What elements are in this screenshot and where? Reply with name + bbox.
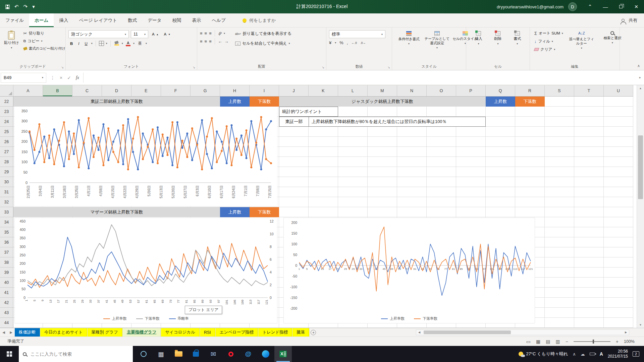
hscroll-right-icon[interactable]: ▶ <box>623 330 629 335</box>
row-header-43[interactable]: 43 <box>0 308 13 318</box>
column-header-E[interactable]: E <box>131 85 161 96</box>
sheet-tab-株価診断[interactable]: 株価診断 <box>15 328 40 337</box>
cell-note-title[interactable]: 統計的ワンポイント <box>279 107 338 117</box>
tab-file[interactable]: ファイル <box>0 13 29 27</box>
dialog-launcher-icon[interactable]: ↘ <box>322 66 324 69</box>
font-color-button[interactable]: A <box>125 41 131 46</box>
chart-tosho2bu[interactable]: 3503002502001501005002月25日3月4日3月11日3月18日… <box>14 106 277 206</box>
select-all-corner[interactable] <box>0 85 13 96</box>
clear-button[interactable]: クリア▾ <box>533 46 565 53</box>
tab-home[interactable]: ホーム <box>29 13 54 27</box>
tab-page-layout[interactable]: ページ レイアウト <box>73 13 122 27</box>
scroll-down-icon[interactable]: ▼ <box>637 322 644 328</box>
align-left-icon[interactable]: ≡ <box>200 39 203 44</box>
badge-jasdaq-down[interactable]: 下落数 <box>515 97 545 107</box>
bold-button[interactable]: B <box>68 41 74 46</box>
onedrive-cloud-icon[interactable]: ☁ <box>581 352 585 357</box>
cancel-icon[interactable]: × <box>60 75 62 80</box>
mail-icon[interactable] <box>205 346 222 362</box>
row-header-31[interactable]: 31 <box>0 187 13 197</box>
chart-jasdaq[interactable]: 200150100500-50-100-150-2001591317212529… <box>283 218 535 323</box>
font-family-select[interactable]: 游ゴシック▾ <box>68 30 129 38</box>
increase-indent-icon[interactable]: → <box>224 39 229 44</box>
horizontal-scroll-thumb[interactable] <box>424 330 511 334</box>
row-header-40[interactable]: 40 <box>0 278 13 288</box>
zoom-in-icon[interactable]: + <box>616 339 619 344</box>
format-painter-button[interactable]: 書式のコピー/貼り付け <box>22 46 67 52</box>
taskbar-clock[interactable]: 20:56 2021/07/15 <box>608 349 628 359</box>
column-header-S[interactable]: S <box>545 85 574 96</box>
opera-icon[interactable] <box>222 346 239 362</box>
avatar[interactable]: D <box>568 2 577 11</box>
fill-button[interactable]: ↓フィル▾ <box>533 38 565 45</box>
column-header-D[interactable]: D <box>102 85 131 96</box>
row-header-42[interactable]: 42 <box>0 298 13 308</box>
zoom-slider[interactable] <box>574 341 610 342</box>
row-header-38[interactable]: 38 <box>0 257 13 267</box>
sheet-tab-トレンド指標[interactable]: トレンド指標 <box>258 328 292 337</box>
italic-button[interactable]: I <box>76 41 81 46</box>
row-header-30[interactable]: 30 <box>0 177 13 187</box>
badge-tosho2bu-up[interactable]: 上昇数 <box>220 97 250 107</box>
paste-button[interactable]: 貼り付け▾ <box>3 30 20 52</box>
percent-format-icon[interactable]: % <box>339 40 343 45</box>
file-explorer-icon[interactable] <box>170 346 187 362</box>
sheet-tab-主要指標グラフ[interactable]: 主要指標グラフ <box>123 328 161 337</box>
cell-note-text[interactable]: 上昇銘柄数下降銘柄数が80％を超えた場合には翌日の反転率は100％ <box>309 119 449 125</box>
sheet-tab-今日のまとめサイト[interactable]: 今日のまとめサイト <box>40 328 87 337</box>
conditional-formatting-button[interactable]: 条件付き書式▾ <box>395 30 423 51</box>
close-button[interactable]: × <box>629 0 644 13</box>
column-header-N[interactable]: N <box>397 85 427 96</box>
currency-format-icon[interactable]: ¥ <box>329 40 331 45</box>
decrease-indent-icon[interactable]: ← <box>218 39 222 44</box>
orientation-icon[interactable]: ab <box>217 31 223 36</box>
row-header-28[interactable]: 28 <box>0 157 13 167</box>
row-header-36[interactable]: 36 <box>0 237 13 247</box>
row-header-26[interactable]: 26 <box>0 137 13 147</box>
format-as-table-button[interactable]: テーブルとして書式設定▾ <box>423 30 451 51</box>
badge-mothers-down[interactable]: 下落数 <box>250 207 279 217</box>
weather-widget[interactable]: 27°C くもり時々晴れ <box>519 351 568 357</box>
sheet-tab-エンベロープ指標[interactable]: エンベロープ指標 <box>216 328 258 337</box>
row-header-41[interactable]: 41 <box>0 288 13 298</box>
comma-format-icon[interactable]: , <box>347 40 348 45</box>
column-header-I[interactable]: I <box>250 85 279 96</box>
column-header-C[interactable]: C <box>72 85 102 96</box>
zoom-out-icon[interactable]: − <box>566 339 568 344</box>
tab-data[interactable]: データ <box>142 13 167 27</box>
row-header-44[interactable]: 44 <box>0 318 13 328</box>
sheet-tab-業種別 グラフ[interactable]: 業種別 グラフ <box>88 328 122 337</box>
dialog-launcher-icon[interactable]: ↘ <box>387 66 390 69</box>
dialog-launcher-icon[interactable]: ↘ <box>61 66 64 69</box>
column-header-A[interactable]: A <box>13 85 43 96</box>
increase-decimal-icon[interactable]: ←.0 <box>351 41 357 45</box>
row-header-34[interactable]: 34 <box>0 217 13 227</box>
minimize-button[interactable]: — <box>598 0 613 13</box>
column-header-M[interactable]: M <box>368 85 397 96</box>
format-cells-button[interactable]: 書式▾ <box>512 30 522 47</box>
taskbar-search-input[interactable] <box>30 351 120 357</box>
wrap-text-button[interactable]: ab↩ 折り返して全体を表示する <box>233 30 293 37</box>
column-header-L[interactable]: L <box>338 85 368 96</box>
tell-me-search[interactable]: 何をしますか <box>243 13 276 27</box>
number-format-select[interactable]: 標準▾ <box>329 30 385 38</box>
normal-view-icon[interactable]: ▦ <box>536 339 540 344</box>
tab-formulas[interactable]: 数式 <box>122 13 142 27</box>
tab-insert[interactable]: 挿入 <box>54 13 73 27</box>
taskbar-search[interactable] <box>19 346 133 362</box>
dialog-launcher-icon[interactable]: ↘ <box>193 66 195 69</box>
sheet-tab-right-icon[interactable]: ▶ <box>7 328 15 337</box>
sheet-tab-騰落[interactable]: 騰落 <box>292 328 309 337</box>
vertical-scrollbar[interactable]: ▲ ▼ <box>637 85 644 328</box>
delete-cells-button[interactable]: 削除▾ <box>493 30 503 47</box>
email-at-icon[interactable] <box>239 346 257 362</box>
copy-button[interactable]: ⧉コピー▾ <box>22 38 67 44</box>
row-header-33[interactable]: 33 <box>0 207 13 217</box>
vertical-scroll-thumb[interactable] <box>638 135 643 199</box>
chart-mothers[interactable]: 4504003503002502001501005001210864201591… <box>14 218 277 323</box>
page-break-view-icon[interactable]: ▥ <box>555 339 560 344</box>
align-top-icon[interactable]: ≡ <box>200 31 203 36</box>
increase-font-icon[interactable]: A▲ <box>150 32 160 37</box>
notification-center-icon[interactable]: 2 <box>633 351 639 357</box>
column-header-R[interactable]: R <box>515 85 545 96</box>
